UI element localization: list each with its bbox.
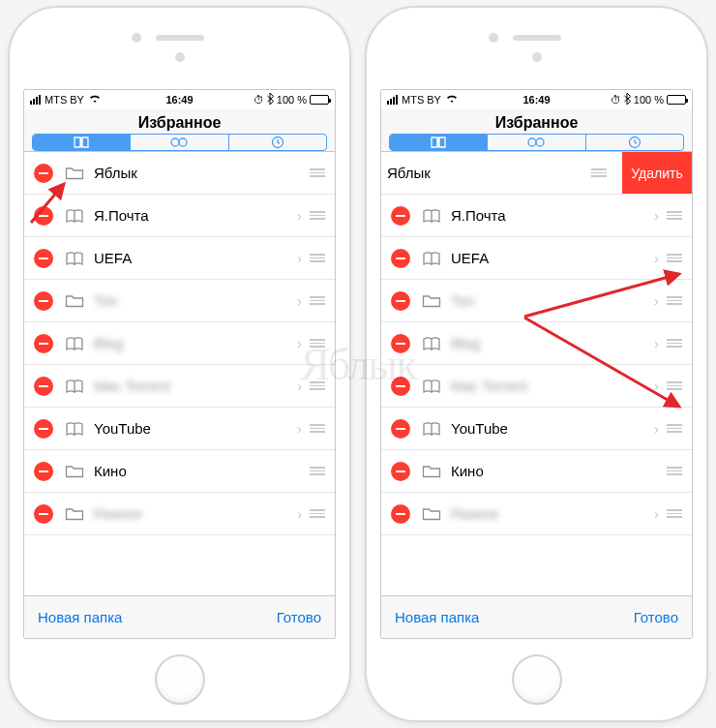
svg-point-3 [528, 138, 536, 146]
reorder-grip-icon[interactable] [310, 509, 325, 518]
bookmark-icon [422, 379, 441, 394]
reorder-grip-icon[interactable] [310, 168, 325, 177]
tab-history[interactable] [586, 135, 683, 150]
delete-toggle-icon[interactable] [391, 291, 410, 311]
done-button[interactable]: Готово [277, 609, 321, 625]
delete-toggle-icon[interactable] [391, 419, 410, 439]
bookmark-label: UEFA [94, 250, 297, 266]
reorder-grip-icon[interactable] [591, 168, 607, 177]
bookmark-label: Яблык [94, 165, 310, 181]
chevron-right-icon: › [654, 505, 659, 522]
bookmark-row[interactable]: UEFA› [381, 237, 692, 280]
tab-bookmarks[interactable] [390, 135, 488, 150]
bookmark-icon [65, 208, 84, 224]
chevron-right-icon: › [654, 420, 659, 437]
bookmark-row[interactable]: Топ› [381, 280, 692, 322]
reorder-grip-icon[interactable] [667, 211, 682, 220]
reorder-grip-icon[interactable] [667, 467, 682, 475]
status-bar: MTS BY 16:49 ⏱ 100 % [381, 90, 692, 109]
bookmark-list-right: ЯблыкУдалитьЯ.Почта›UEFA›Топ›Blog›Mac To… [381, 152, 692, 595]
tab-bookmarks[interactable] [33, 135, 131, 150]
delete-toggle-icon[interactable] [34, 164, 53, 183]
signal-icon [30, 95, 41, 105]
delete-toggle-icon[interactable] [391, 377, 410, 396]
bookmark-row[interactable]: ЯблыкУдалить [381, 152, 692, 195]
bookmark-row[interactable]: Яблык [24, 152, 335, 195]
delete-toggle-icon[interactable] [34, 249, 53, 268]
new-folder-button[interactable]: Новая папка [38, 609, 122, 625]
delete-toggle-icon[interactable] [34, 334, 53, 353]
reorder-grip-icon[interactable] [310, 381, 325, 390]
bookmark-row[interactable]: Я.Почта› [24, 195, 335, 237]
reorder-grip-icon[interactable] [310, 296, 325, 305]
bookmark-row[interactable]: YouTube› [381, 408, 692, 450]
reorder-grip-icon[interactable] [310, 467, 325, 475]
folder-icon [65, 506, 84, 522]
delete-toggle-icon[interactable] [34, 377, 53, 396]
delete-toggle-icon[interactable] [34, 291, 53, 311]
delete-toggle-icon[interactable] [34, 504, 53, 524]
new-folder-button[interactable]: Новая папка [395, 609, 479, 625]
delete-toggle-icon[interactable] [391, 249, 410, 268]
delete-button[interactable]: Удалить [622, 152, 692, 194]
svg-point-0 [171, 138, 179, 146]
bookmark-label: YouTube [451, 420, 654, 437]
home-button[interactable] [155, 654, 205, 705]
delete-toggle-icon[interactable] [391, 334, 410, 353]
reorder-grip-icon[interactable] [667, 296, 682, 305]
battery-pct: 100 % [634, 94, 664, 106]
bookmark-row[interactable]: Разное› [381, 493, 692, 535]
status-bar: MTS BY 16:49 ⏱ 100 % [24, 90, 335, 109]
iphone-left: MTS BY 16:49 ⏱ 100 % Избранное [8, 6, 351, 722]
phone-bezel-top [10, 8, 349, 89]
bookmark-row[interactable]: Разное› [24, 493, 335, 535]
chevron-right-icon: › [297, 378, 302, 394]
tab-history[interactable] [229, 135, 326, 150]
folder-icon [65, 166, 84, 181]
delete-toggle-icon[interactable] [391, 206, 410, 226]
reorder-grip-icon[interactable] [667, 381, 682, 390]
bookmark-row[interactable]: Blog› [381, 322, 692, 365]
bookmark-row[interactable]: Топ› [24, 280, 335, 322]
chevron-right-icon: › [297, 420, 302, 437]
bookmark-icon [65, 251, 84, 266]
tabs [32, 134, 327, 151]
bookmark-row[interactable]: YouTube› [24, 408, 335, 450]
tab-reading-list[interactable] [488, 135, 585, 150]
reorder-grip-icon[interactable] [310, 339, 325, 348]
bookmark-row[interactable]: UEFA› [24, 237, 335, 280]
reorder-grip-icon[interactable] [310, 254, 325, 262]
chevron-right-icon: › [654, 292, 659, 309]
bookmark-row[interactable]: Blog› [24, 322, 335, 365]
done-button[interactable]: Готово [634, 609, 678, 625]
delete-toggle-icon[interactable] [391, 504, 410, 524]
reorder-grip-icon[interactable] [310, 424, 325, 433]
phone-bezel-top [367, 8, 706, 89]
bookmark-row[interactable]: Я.Почта› [381, 195, 692, 237]
delete-toggle-icon[interactable] [34, 462, 53, 481]
reorder-grip-icon[interactable] [310, 211, 325, 220]
home-button[interactable] [512, 654, 562, 705]
bookmark-row[interactable]: Кино [381, 450, 692, 493]
reorder-grip-icon[interactable] [667, 254, 682, 262]
delete-toggle-icon[interactable] [391, 462, 410, 481]
chevron-right-icon: › [654, 207, 659, 224]
bookmark-row[interactable]: Mac Torrent› [24, 365, 335, 408]
folder-icon [65, 293, 84, 309]
delete-toggle-icon[interactable] [34, 419, 53, 439]
reorder-grip-icon[interactable] [667, 509, 682, 518]
reorder-grip-icon[interactable] [667, 339, 682, 348]
screen-right: MTS BY 16:49 ⏱ 100 % Избранное [380, 89, 693, 639]
bookmark-row[interactable]: Кино [24, 450, 335, 493]
delete-toggle-icon[interactable] [34, 206, 53, 226]
reorder-grip-icon[interactable] [667, 424, 682, 433]
chevron-right-icon: › [297, 250, 302, 266]
chevron-right-icon: › [297, 292, 302, 309]
bookmark-label: Blog [94, 335, 297, 351]
page-title: Избранное [138, 114, 222, 132]
bookmark-row[interactable]: Mac Torrent› [381, 365, 692, 408]
bluetooth-icon [267, 93, 274, 106]
chevron-right-icon: › [654, 378, 659, 394]
tab-reading-list[interactable] [131, 135, 228, 150]
chevron-right-icon: › [297, 207, 302, 224]
